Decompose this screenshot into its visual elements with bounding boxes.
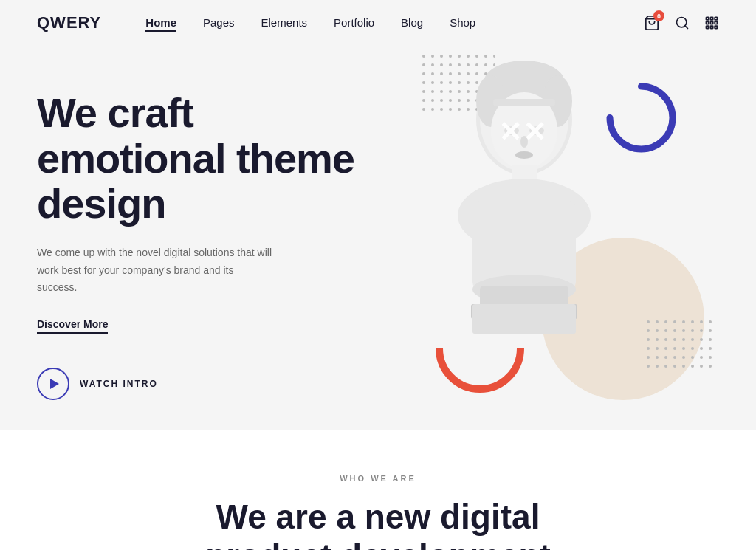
watch-intro-label: WATCH INTRO	[80, 379, 158, 389]
svg-rect-9	[707, 26, 709, 28]
svg-text:✕: ✕	[523, 117, 546, 148]
hero-subtitle: We come up with the novel digital soluti…	[37, 244, 273, 297]
search-icon	[675, 16, 690, 30]
grid-icon	[704, 16, 719, 30]
who-title: We are a new digital product development…	[157, 498, 599, 550]
grid-menu-button[interactable]	[704, 16, 719, 30]
svg-rect-7	[710, 21, 712, 24]
search-button[interactable]	[675, 16, 690, 30]
svg-rect-5	[715, 18, 717, 20]
nav-item-shop[interactable]: Shop	[450, 16, 475, 30]
play-triangle-icon	[50, 379, 59, 389]
hero-content: We craft emotional theme design We come …	[37, 61, 377, 400]
hero-section: We craft emotional theme design We come …	[0, 46, 756, 430]
svg-rect-15	[645, 319, 712, 371]
svg-rect-4	[710, 18, 712, 20]
dot-grid-bottom	[645, 319, 712, 371]
svg-rect-6	[707, 21, 709, 24]
brand-logo[interactable]: QWERY	[37, 13, 101, 32]
svg-point-26	[515, 151, 533, 159]
nav-item-elements[interactable]: Elements	[261, 16, 308, 30]
who-eyebrow: WHO WE ARE	[37, 474, 719, 483]
nav-item-home[interactable]: Home	[145, 16, 176, 30]
svg-rect-11	[715, 26, 717, 28]
navbar: QWERY Home Pages Elements Portfolio Blog…	[0, 0, 756, 46]
svg-text:✕: ✕	[498, 117, 522, 148]
svg-rect-3	[707, 18, 709, 20]
watch-intro-button[interactable]: WATCH INTRO	[37, 368, 158, 400]
cart-badge: 0	[653, 10, 664, 21]
nav-item-blog[interactable]: Blog	[401, 16, 423, 30]
hero-title: We craft emotional theme design	[37, 90, 377, 227]
nav-item-portfolio[interactable]: Portfolio	[334, 16, 374, 30]
nav-links: Home Pages Elements Portfolio Blog Shop	[145, 16, 644, 30]
svg-rect-22	[493, 99, 555, 106]
nav-item-pages[interactable]: Pages	[203, 16, 235, 30]
discover-more-link[interactable]: Discover More	[37, 318, 108, 334]
svg-rect-35	[472, 304, 576, 334]
who-we-are-section: WHO WE ARE We are a new digital product …	[0, 430, 756, 550]
svg-rect-10	[710, 26, 712, 28]
nav-icon-group: 0	[644, 15, 719, 31]
hero-visual: ✕ ✕	[377, 61, 719, 400]
play-circle	[37, 368, 69, 400]
svg-line-2	[685, 26, 688, 29]
statue-figure: ✕ ✕	[406, 46, 642, 393]
cart-icon-wrap[interactable]: 0	[644, 15, 660, 31]
svg-rect-8	[715, 21, 717, 24]
